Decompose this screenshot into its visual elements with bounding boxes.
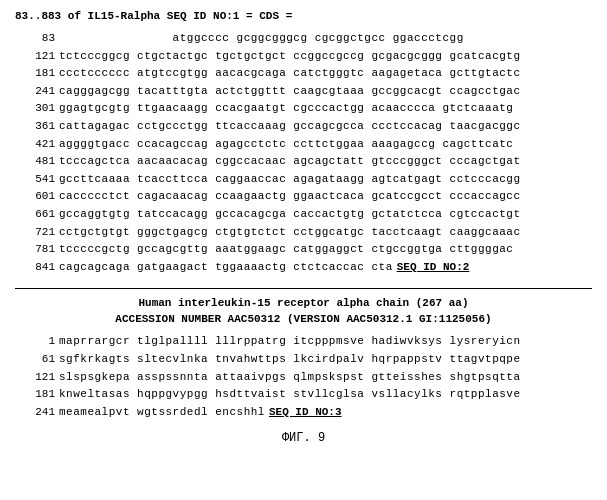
- aa-num-241: 241: [15, 404, 55, 422]
- page-title: 83..883 of IL15-Ralpha SEQ ID NO:1 = CDS…: [15, 10, 592, 22]
- seq-num-781: 781: [15, 241, 55, 259]
- seq-row-421: 421 aggggtgacc ccacagccag agagcctctc cct…: [15, 136, 592, 154]
- seq-text-181: ccctcccccc atgtccgtgg aacacgcaga catctgg…: [59, 65, 521, 83]
- seq-num-241: 241: [15, 83, 55, 101]
- seq-text-301: ggagtgcgtg ttgaacaagg ccacgaatgt cgcccac…: [59, 100, 513, 118]
- figure-caption: ФИГ. 9: [15, 431, 592, 445]
- aa-text-181: knweltasas hqppgvypgg hsdttvaist stvllcg…: [59, 386, 521, 404]
- aa-row-61: 61 sgfkrkagts sltecvlnka tnvahwttps lkci…: [15, 351, 592, 369]
- seq-num-421: 421: [15, 136, 55, 154]
- seq-num-121: 121: [15, 48, 55, 66]
- seq-row-121: 121 tctcccggcg ctgctactgc tgctgctgct ccg…: [15, 48, 592, 66]
- seq-row-241: 241 cagggagcgg tacatttgta actctggttt caa…: [15, 83, 592, 101]
- amino-acid-sequence-block: 1 maprrargcr tlglpallll lllrppatrg itcpp…: [15, 333, 592, 421]
- aa-text-241: meamealpvt wgtssrdedl encshhl: [59, 404, 265, 422]
- seq-row-841: 841 cagcagcaga gatgaagact tggaaaactg ctc…: [15, 259, 592, 277]
- aa-num-121: 121: [15, 369, 55, 387]
- seq-text-83: atggcccc gcggcgggcg cgcggctgcc ggaccctcg…: [59, 30, 464, 48]
- seq-row-481: 481 tcccagctca aacaacacag cggccacaac agc…: [15, 153, 592, 171]
- accession-line: ACCESSION NUMBER AAC50312 (VERSION AAC50…: [15, 313, 592, 325]
- seq-text-361: cattagagac cctgccctgg ttcaccaaag gccagcg…: [59, 118, 521, 136]
- aa-num-181: 181: [15, 386, 55, 404]
- seq-text-541: gccttcaaaa tcaccttcca caggaaccac agagata…: [59, 171, 521, 189]
- seq-row-301: 301 ggagtgcgtg ttgaacaagg ccacgaatgt cgc…: [15, 100, 592, 118]
- seq-num-181: 181: [15, 65, 55, 83]
- aa-row-121: 121 slspsgkepa asspssnnta attaaivpgs qlm…: [15, 369, 592, 387]
- seq-row-721: 721 cctgctgtgt gggctgagcg ctgtgtctct cct…: [15, 224, 592, 242]
- seq-row-181: 181 ccctcccccc atgtccgtgg aacacgcaga cat…: [15, 65, 592, 83]
- section-divider: [15, 288, 592, 289]
- seq-num-661: 661: [15, 206, 55, 224]
- seq-row-83: 83 atggcccc gcggcgggcg cgcggctgcc ggaccc…: [15, 30, 592, 48]
- seq-text-421: aggggtgacc ccacagccag agagcctctc ccttctg…: [59, 136, 513, 154]
- seq-text-841: cagcagcaga gatgaagact tggaaaactg ctctcac…: [59, 259, 393, 277]
- seq-text-601: caccccctct cagacaacag ccaagaactg ggaactc…: [59, 188, 521, 206]
- seq-text-661: gccaggtgtg tatccacagg gccacagcga caccact…: [59, 206, 521, 224]
- seq-num-361: 361: [15, 118, 55, 136]
- seq-id-no3: SEQ ID NO:3: [269, 404, 342, 422]
- seq-row-601: 601 caccccctct cagacaacag ccaagaactg gga…: [15, 188, 592, 206]
- aa-row-1: 1 maprrargcr tlglpallll lllrppatrg itcpp…: [15, 333, 592, 351]
- aa-text-121: slspsgkepa asspssnnta attaaivpgs qlmpsks…: [59, 369, 521, 387]
- seq-row-661: 661 gccaggtgtg tatccacagg gccacagcga cac…: [15, 206, 592, 224]
- seq-num-601: 601: [15, 188, 55, 206]
- seq-num-481: 481: [15, 153, 55, 171]
- seq-row-541: 541 gccttcaaaa tcaccttcca caggaaccac aga…: [15, 171, 592, 189]
- seq-text-481: tcccagctca aacaacacag cggccacaac agcagct…: [59, 153, 521, 171]
- seq-text-781: tcccccgctg gccagcgttg aaatggaagc catggag…: [59, 241, 513, 259]
- aa-num-1: 1: [15, 333, 55, 351]
- aa-text-1: maprrargcr tlglpallll lllrppatrg itcpppm…: [59, 333, 521, 351]
- protein-header: Human interleukin-15 receptor alpha chai…: [15, 297, 592, 309]
- aa-num-61: 61: [15, 351, 55, 369]
- seq-text-121: tctcccggcg ctgctactgc tgctgctgct ccggccg…: [59, 48, 521, 66]
- seq-num-541: 541: [15, 171, 55, 189]
- seq-num-83: 83: [15, 30, 55, 48]
- seq-num-301: 301: [15, 100, 55, 118]
- seq-num-721: 721: [15, 224, 55, 242]
- aa-text-61: sgfkrkagts sltecvlnka tnvahwttps lkcirdp…: [59, 351, 521, 369]
- seq-text-241: cagggagcgg tacatttgta actctggttt caagcgt…: [59, 83, 521, 101]
- seq-id-no2: SEQ ID NO:2: [397, 259, 470, 277]
- nucleotide-sequence-block: 83 atggcccc gcggcgggcg cgcggctgcc ggaccc…: [15, 30, 592, 276]
- seq-num-841: 841: [15, 259, 55, 277]
- aa-row-181: 181 knweltasas hqppgvypgg hsdttvaist stv…: [15, 386, 592, 404]
- seq-row-781: 781 tcccccgctg gccagcgttg aaatggaagc cat…: [15, 241, 592, 259]
- seq-text-721: cctgctgtgt gggctgagcg ctgtgtctct cctggca…: [59, 224, 521, 242]
- seq-row-361: 361 cattagagac cctgccctgg ttcaccaaag gcc…: [15, 118, 592, 136]
- aa-row-241: 241 meamealpvt wgtssrdedl encshhl SEQ ID…: [15, 404, 592, 422]
